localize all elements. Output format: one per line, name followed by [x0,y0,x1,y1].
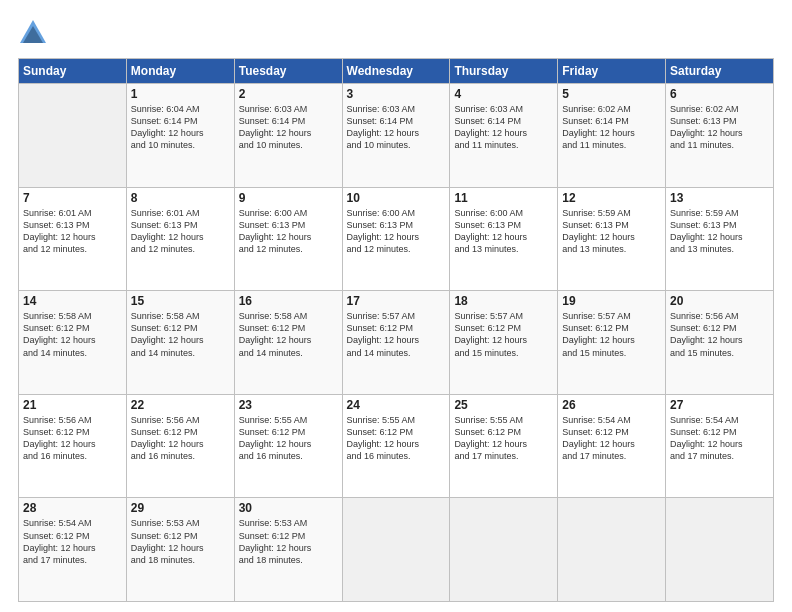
calendar-cell: 3Sunrise: 6:03 AM Sunset: 6:14 PM Daylig… [342,84,450,188]
page: SundayMondayTuesdayWednesdayThursdayFrid… [0,0,792,612]
day-number: 27 [670,398,769,412]
calendar-cell: 15Sunrise: 5:58 AM Sunset: 6:12 PM Dayli… [126,291,234,395]
calendar-cell: 4Sunrise: 6:03 AM Sunset: 6:14 PM Daylig… [450,84,558,188]
day-number: 1 [131,87,230,101]
day-info: Sunrise: 6:04 AM Sunset: 6:14 PM Dayligh… [131,103,230,152]
calendar-cell: 27Sunrise: 5:54 AM Sunset: 6:12 PM Dayli… [666,394,774,498]
calendar-cell: 6Sunrise: 6:02 AM Sunset: 6:13 PM Daylig… [666,84,774,188]
day-info: Sunrise: 6:03 AM Sunset: 6:14 PM Dayligh… [454,103,553,152]
calendar-cell: 23Sunrise: 5:55 AM Sunset: 6:12 PM Dayli… [234,394,342,498]
day-number: 30 [239,501,338,515]
day-info: Sunrise: 5:57 AM Sunset: 6:12 PM Dayligh… [454,310,553,359]
day-info: Sunrise: 6:02 AM Sunset: 6:14 PM Dayligh… [562,103,661,152]
day-number: 4 [454,87,553,101]
day-number: 28 [23,501,122,515]
day-info: Sunrise: 5:56 AM Sunset: 6:12 PM Dayligh… [131,414,230,463]
day-info: Sunrise: 5:53 AM Sunset: 6:12 PM Dayligh… [239,517,338,566]
day-number: 9 [239,191,338,205]
calendar-cell: 8Sunrise: 6:01 AM Sunset: 6:13 PM Daylig… [126,187,234,291]
logo-icon [18,18,48,48]
day-number: 19 [562,294,661,308]
calendar-cell: 9Sunrise: 6:00 AM Sunset: 6:13 PM Daylig… [234,187,342,291]
calendar-cell: 12Sunrise: 5:59 AM Sunset: 6:13 PM Dayli… [558,187,666,291]
week-row-3: 14Sunrise: 5:58 AM Sunset: 6:12 PM Dayli… [19,291,774,395]
calendar-cell: 21Sunrise: 5:56 AM Sunset: 6:12 PM Dayli… [19,394,127,498]
calendar-cell: 26Sunrise: 5:54 AM Sunset: 6:12 PM Dayli… [558,394,666,498]
calendar-cell: 28Sunrise: 5:54 AM Sunset: 6:12 PM Dayli… [19,498,127,602]
calendar-cell: 7Sunrise: 6:01 AM Sunset: 6:13 PM Daylig… [19,187,127,291]
calendar-cell: 19Sunrise: 5:57 AM Sunset: 6:12 PM Dayli… [558,291,666,395]
day-number: 25 [454,398,553,412]
calendar-table: SundayMondayTuesdayWednesdayThursdayFrid… [18,58,774,602]
day-info: Sunrise: 6:02 AM Sunset: 6:13 PM Dayligh… [670,103,769,152]
calendar-cell: 25Sunrise: 5:55 AM Sunset: 6:12 PM Dayli… [450,394,558,498]
calendar-cell: 22Sunrise: 5:56 AM Sunset: 6:12 PM Dayli… [126,394,234,498]
calendar-cell: 29Sunrise: 5:53 AM Sunset: 6:12 PM Dayli… [126,498,234,602]
day-info: Sunrise: 5:56 AM Sunset: 6:12 PM Dayligh… [670,310,769,359]
day-number: 26 [562,398,661,412]
day-info: Sunrise: 6:01 AM Sunset: 6:13 PM Dayligh… [131,207,230,256]
calendar-cell: 14Sunrise: 5:58 AM Sunset: 6:12 PM Dayli… [19,291,127,395]
calendar-cell: 5Sunrise: 6:02 AM Sunset: 6:14 PM Daylig… [558,84,666,188]
day-info: Sunrise: 6:00 AM Sunset: 6:13 PM Dayligh… [347,207,446,256]
calendar-cell: 18Sunrise: 5:57 AM Sunset: 6:12 PM Dayli… [450,291,558,395]
day-number: 17 [347,294,446,308]
weekday-header-saturday: Saturday [666,59,774,84]
week-row-2: 7Sunrise: 6:01 AM Sunset: 6:13 PM Daylig… [19,187,774,291]
day-number: 7 [23,191,122,205]
weekday-header-sunday: Sunday [19,59,127,84]
calendar-cell: 13Sunrise: 5:59 AM Sunset: 6:13 PM Dayli… [666,187,774,291]
day-number: 29 [131,501,230,515]
calendar-cell [450,498,558,602]
calendar-cell: 16Sunrise: 5:58 AM Sunset: 6:12 PM Dayli… [234,291,342,395]
day-number: 12 [562,191,661,205]
day-info: Sunrise: 5:55 AM Sunset: 6:12 PM Dayligh… [454,414,553,463]
header [18,18,774,48]
calendar-cell: 10Sunrise: 6:00 AM Sunset: 6:13 PM Dayli… [342,187,450,291]
calendar-cell: 24Sunrise: 5:55 AM Sunset: 6:12 PM Dayli… [342,394,450,498]
day-number: 10 [347,191,446,205]
day-info: Sunrise: 5:58 AM Sunset: 6:12 PM Dayligh… [131,310,230,359]
day-info: Sunrise: 5:58 AM Sunset: 6:12 PM Dayligh… [23,310,122,359]
calendar-cell [558,498,666,602]
calendar-cell [342,498,450,602]
day-info: Sunrise: 5:55 AM Sunset: 6:12 PM Dayligh… [347,414,446,463]
day-number: 8 [131,191,230,205]
day-info: Sunrise: 6:00 AM Sunset: 6:13 PM Dayligh… [239,207,338,256]
weekday-header-row: SundayMondayTuesdayWednesdayThursdayFrid… [19,59,774,84]
day-number: 13 [670,191,769,205]
day-info: Sunrise: 5:57 AM Sunset: 6:12 PM Dayligh… [562,310,661,359]
day-number: 23 [239,398,338,412]
day-info: Sunrise: 5:56 AM Sunset: 6:12 PM Dayligh… [23,414,122,463]
calendar-cell: 11Sunrise: 6:00 AM Sunset: 6:13 PM Dayli… [450,187,558,291]
calendar-cell: 30Sunrise: 5:53 AM Sunset: 6:12 PM Dayli… [234,498,342,602]
week-row-1: 1Sunrise: 6:04 AM Sunset: 6:14 PM Daylig… [19,84,774,188]
day-number: 16 [239,294,338,308]
day-info: Sunrise: 6:03 AM Sunset: 6:14 PM Dayligh… [347,103,446,152]
day-number: 5 [562,87,661,101]
weekday-header-friday: Friday [558,59,666,84]
day-number: 18 [454,294,553,308]
day-info: Sunrise: 6:01 AM Sunset: 6:13 PM Dayligh… [23,207,122,256]
day-info: Sunrise: 6:03 AM Sunset: 6:14 PM Dayligh… [239,103,338,152]
weekday-header-monday: Monday [126,59,234,84]
day-number: 11 [454,191,553,205]
weekday-header-tuesday: Tuesday [234,59,342,84]
day-number: 2 [239,87,338,101]
day-info: Sunrise: 5:53 AM Sunset: 6:12 PM Dayligh… [131,517,230,566]
calendar-cell [666,498,774,602]
day-number: 22 [131,398,230,412]
day-info: Sunrise: 5:54 AM Sunset: 6:12 PM Dayligh… [23,517,122,566]
day-info: Sunrise: 6:00 AM Sunset: 6:13 PM Dayligh… [454,207,553,256]
day-info: Sunrise: 5:57 AM Sunset: 6:12 PM Dayligh… [347,310,446,359]
calendar-cell: 2Sunrise: 6:03 AM Sunset: 6:14 PM Daylig… [234,84,342,188]
day-number: 14 [23,294,122,308]
day-number: 20 [670,294,769,308]
day-info: Sunrise: 5:59 AM Sunset: 6:13 PM Dayligh… [562,207,661,256]
logo [18,18,52,48]
day-number: 21 [23,398,122,412]
weekday-header-thursday: Thursday [450,59,558,84]
day-info: Sunrise: 5:54 AM Sunset: 6:12 PM Dayligh… [562,414,661,463]
day-number: 3 [347,87,446,101]
day-info: Sunrise: 5:55 AM Sunset: 6:12 PM Dayligh… [239,414,338,463]
